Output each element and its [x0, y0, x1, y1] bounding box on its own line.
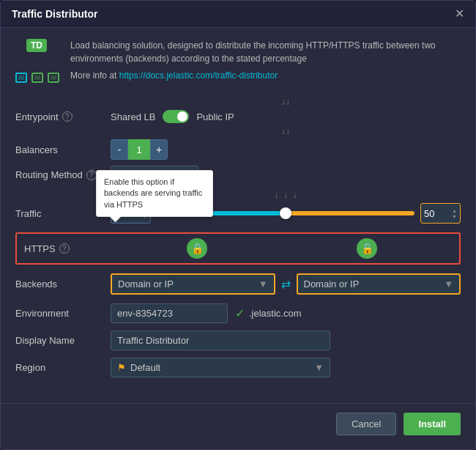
traffic-section: Enable this option if backends are servi… [15, 203, 461, 224]
https-icons-area: 🔒 🔒 [112, 238, 452, 259]
arrows-entrypoint-top: ↓↓ [111, 97, 461, 107]
env-suffix-text: .jelastic.com [249, 308, 302, 319]
environment-label: Environment [15, 308, 111, 319]
display-name-label: Display Name [15, 335, 111, 346]
app-info: TD Load balancing solution, designed to … [15, 39, 461, 86]
balancers-minus-button[interactable]: - [111, 139, 128, 160]
dialog-body: TD Load balancing solution, designed to … [1, 28, 475, 396]
region-icon: ⚑ [117, 362, 126, 373]
env-check-icon: ✓ [235, 306, 245, 320]
region-dropdown[interactable]: ⚑ Default ▼ [111, 358, 330, 377]
balancers-plus-button[interactable]: + [150, 139, 168, 160]
https-lock-right[interactable]: 🔒 [357, 238, 377, 259]
slider-thumb[interactable] [280, 207, 291, 219]
traffic-row: Traffic 50 ▲ ▼ [15, 203, 461, 224]
right-spin-arrows[interactable]: ▲ ▼ [452, 208, 457, 219]
https-help-icon[interactable]: ? [59, 243, 70, 254]
backend-right-arrow: ▼ [444, 279, 453, 289]
backend-right-placeholder: Domain or IP [304, 279, 360, 289]
install-button[interactable]: Install [404, 413, 461, 435]
entrypoint-controls: Shared LB Public IP [111, 110, 461, 123]
balancers-row: Balancers - 1 + [15, 139, 461, 160]
routing-help-icon[interactable]: ? [86, 170, 97, 180]
arrows-balancers-top: ↓↓ [111, 126, 461, 136]
dialog-header: Traffic Distributor ✕ [1, 1, 475, 28]
balancers-value: 1 [128, 139, 150, 160]
backend-left-dropdown[interactable]: Domain or IP ▼ [111, 273, 275, 295]
dialog-title: Traffic Distributor [12, 8, 97, 20]
app-description-text: Load balancing solution, designed to dis… [70, 39, 461, 65]
backend-left-placeholder: Domain or IP [118, 279, 174, 289]
app-more-info: More info at https://docs.jelastic.com/t… [70, 69, 461, 82]
right-down-arrow[interactable]: ▼ [452, 214, 457, 219]
close-button[interactable]: ✕ [455, 8, 464, 20]
backend-left-arrow: ▼ [259, 279, 268, 289]
lock-right-icon: 🔒 [361, 243, 373, 254]
region-label: Region [15, 362, 111, 373]
environment-suffix: ✓ .jelastic.com [235, 306, 302, 320]
display-name-input[interactable] [111, 331, 330, 350]
diagram-box-1 [15, 73, 27, 83]
entrypoint-help-icon[interactable]: ? [62, 111, 72, 122]
backend-right-dropdown[interactable]: Domain or IP ▼ [297, 273, 461, 295]
balancers-controls: - 1 + [111, 139, 461, 160]
swap-icon[interactable]: ⇄ [281, 277, 291, 291]
balancers-counter: - 1 + [111, 139, 168, 160]
traffic-right-value: 50 [424, 208, 434, 219]
display-name-row: Display Name [15, 331, 461, 350]
https-section: HTTPS ? 🔒 🔒 [15, 232, 461, 265]
lock-left-icon: 🔒 [191, 243, 204, 254]
app-description: Load balancing solution, designed to dis… [70, 39, 461, 86]
app-badge: TD [26, 39, 47, 52]
entrypoint-toggle[interactable] [163, 110, 189, 123]
tooltip-text: Enable this option if backends are servi… [104, 177, 202, 209]
public-ip-label: Public IP [196, 111, 234, 122]
region-value: Default [130, 362, 160, 373]
environment-input[interactable] [111, 303, 228, 323]
traffic-distributor-dialog: Traffic Distributor ✕ TD Load balancing … [0, 0, 476, 450]
diagram-box-3 [48, 73, 59, 83]
entrypoint-label: Entrypoint ? [15, 111, 111, 122]
app-diagram [15, 73, 59, 83]
right-up-arrow[interactable]: ▲ [452, 208, 457, 213]
traffic-right-input[interactable]: 50 ▲ ▼ [420, 203, 461, 224]
diagram-box-2 [31, 73, 43, 83]
more-info-prefix: More info at [70, 70, 119, 81]
region-arrow: ▼ [314, 362, 324, 373]
backends-section: Backends Domain or IP ▼ ⇄ Domain or IP ▼ [15, 273, 461, 295]
tooltip: Enable this option if backends are servi… [96, 170, 213, 217]
balancers-label: Balancers [15, 144, 111, 155]
https-lock-left[interactable]: 🔒 [187, 238, 207, 259]
app-icon: TD [15, 39, 59, 83]
backends-label: Backends [15, 279, 111, 289]
environment-row: Environment ✓ .jelastic.com [15, 303, 461, 323]
routing-row: Routing Method ? Round Robin ▼ [15, 166, 461, 184]
shared-lb-label: Shared LB [111, 111, 155, 122]
region-row: Region ⚑ Default ▼ [15, 358, 461, 377]
cancel-button[interactable]: Cancel [336, 413, 396, 435]
dialog-footer: Cancel Install [1, 403, 475, 444]
more-info-link[interactable]: https://docs.jelastic.com/traffic-distri… [119, 70, 278, 81]
backends-controls: Domain or IP ▼ ⇄ Domain or IP ▼ [111, 273, 461, 295]
https-label: HTTPS ? [24, 243, 112, 254]
entrypoint-row: Entrypoint ? Shared LB Public IP [15, 110, 461, 123]
